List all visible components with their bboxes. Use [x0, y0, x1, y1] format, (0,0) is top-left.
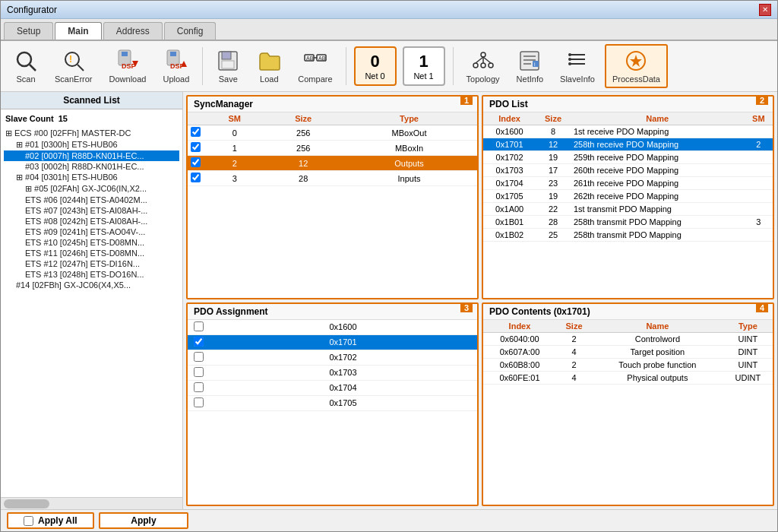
compare-button[interactable]: AB AB Compare	[291, 45, 339, 87]
svg-point-23	[489, 63, 493, 68]
pdo-assignment-table-wrap[interactable]: 0x1600 0x1701 0x1702	[188, 320, 477, 505]
sm-check-3[interactable]	[191, 173, 201, 182]
table-row[interactable]: 0x1A00 22 1st transmit PDO Mapping	[483, 203, 773, 216]
table-row[interactable]: 0x1705 19 262th receive PDO Mapping	[483, 190, 773, 203]
svg-point-38	[568, 58, 571, 61]
table-row[interactable]: 0x60FE:01 4 Physical outputs UDINT	[483, 371, 773, 384]
table-row[interactable]: 0x607A:00 4 Target position DINT	[483, 345, 773, 358]
title-bar: Configurator ✕	[1, 1, 777, 19]
pdo-assign-check-1[interactable]	[194, 337, 204, 347]
svg-point-0	[17, 52, 31, 66]
sm-check-2[interactable]	[191, 157, 201, 167]
tab-address[interactable]: Address	[103, 22, 163, 40]
svg-point-22	[473, 63, 478, 68]
processdata-button[interactable]: ProcessData	[605, 44, 668, 88]
net0-button[interactable]: 0 Net 0	[354, 46, 397, 86]
netinfo-button[interactable]: i NetInfo	[510, 45, 550, 87]
svg-text:AB: AB	[306, 55, 314, 61]
table-row[interactable]: 0x1704	[188, 380, 477, 395]
pdo-list-table: Index Size Name SM 0x1600 8 1st receive …	[483, 112, 773, 242]
col-size: Size	[536, 112, 571, 125]
col-check	[188, 112, 204, 125]
tree-item[interactable]: ETS #10 [0245h] ETS-D08MN...	[4, 237, 179, 248]
pdo-assign-check-5[interactable]	[194, 397, 204, 407]
svg-line-3	[77, 65, 84, 71]
main-area: Scanned List Slave Count 15 ⊞ ECS #00 [0…	[1, 92, 777, 509]
slaveinfo-button[interactable]: SlaveInfo	[553, 45, 602, 87]
pdo-assign-check-4[interactable]	[194, 382, 204, 392]
net1-button[interactable]: 1 Net 1	[403, 46, 445, 86]
apply-button[interactable]: Apply	[99, 512, 188, 529]
download-button[interactable]: DSP Download	[103, 45, 153, 87]
table-row-selected[interactable]: 2 12 Outputs	[188, 156, 477, 171]
apply-all-checkbox[interactable]	[24, 516, 33, 526]
close-button[interactable]: ✕	[759, 4, 771, 16]
tree-item[interactable]: #14 [02FBh] GX-JC06(X4,X5...	[4, 280, 179, 290]
table-row[interactable]: 0x1705	[188, 395, 477, 410]
sm-check-0[interactable]	[191, 127, 201, 137]
scan-button[interactable]: Scan	[7, 45, 45, 87]
table-row[interactable]: 0x1600	[188, 320, 477, 335]
table-row[interactable]: 1 256 MBoxIn	[188, 141, 477, 156]
table-row-selected[interactable]: 0x1701	[188, 334, 477, 350]
tree-item[interactable]: ETS #07 [0243h] ETS-AI08AH-...	[4, 205, 179, 216]
tree-item-selected[interactable]: #02 [0007h] R88D-KN01H-EC...	[4, 150, 179, 161]
col-index: Index	[483, 112, 536, 125]
table-row[interactable]: 3 28 Inputs	[188, 171, 477, 186]
save-button[interactable]: Save	[209, 45, 247, 87]
tree-item[interactable]: ETS #09 [0241h] ETS-AO04V-...	[4, 226, 179, 237]
scan-icon	[14, 49, 38, 73]
load-button[interactable]: Load	[250, 45, 288, 87]
pdo-assign-check-0[interactable]	[194, 321, 204, 331]
table-row-selected[interactable]: 0x1701 12 258th receive PDO Mapping 2	[483, 138, 773, 151]
table-row[interactable]: 0x1702	[188, 350, 477, 365]
topology-button[interactable]: Topology	[460, 45, 507, 87]
pdo-list-panel: 2 PDO List Index Size Name SM	[482, 95, 774, 299]
tab-config[interactable]: Config	[164, 22, 217, 40]
tree-item[interactable]: #03 [0002h] R88D-KN01H-EC...	[4, 161, 179, 172]
table-row[interactable]: 0x1B02 25 258th transmit PDO Mapping	[483, 229, 773, 242]
panel-num-2: 2	[756, 96, 768, 105]
table-row[interactable]: 0x6040:00 2 Controlword UINT	[483, 332, 773, 345]
tree-item[interactable]: ⊞ #04 [0301h] ETS-HUB06	[4, 172, 179, 183]
horizontal-scrollbar[interactable]	[1, 497, 182, 509]
pdo-list-table-wrap[interactable]: Index Size Name SM 0x1600 8 1st receive …	[483, 112, 773, 298]
table-row[interactable]: 0x1703	[188, 365, 477, 380]
toolbar-sep-3	[453, 47, 454, 85]
tree-item[interactable]: ETS #12 [0247h] ETS-DI16N...	[4, 258, 179, 269]
tree-item[interactable]: ⊞ #05 [02FAh] GX-JC06(IN,X2...	[4, 183, 179, 195]
tree-area[interactable]: Slave Count 15 ⊞ ECS #00 [02FFh] MASTER-…	[1, 109, 182, 497]
sm-check-1[interactable]	[191, 142, 201, 152]
table-row[interactable]: 0x1704 23 261th receive PDO Mapping	[483, 177, 773, 190]
table-row[interactable]: 0x60B8:00 2 Touch probe function UINT	[483, 358, 773, 371]
tree-item[interactable]: ETS #06 [0244h] ETS-A0402M...	[4, 195, 179, 205]
pdo-assign-check-2[interactable]	[194, 352, 204, 362]
tree-item[interactable]: ⊞ ECS #00 [02FFh] MASTER-DC	[4, 128, 179, 139]
tab-setup[interactable]: Setup	[4, 22, 53, 40]
table-row[interactable]: 0x1703 17 260th receive PDO Mapping	[483, 164, 773, 177]
table-row[interactable]: 0x1B01 28 258th transmit PDO Mapping 3	[483, 216, 773, 229]
pdo-contents-table: Index Size Name Type 0x6040:00 2 Control…	[483, 320, 773, 385]
table-row[interactable]: 0x1702 19 259th receive PDO Mapping	[483, 151, 773, 164]
svg-point-21	[481, 52, 485, 57]
svg-rect-10	[170, 52, 176, 56]
tree-item[interactable]: ETS #11 [0246h] ETS-D08MN...	[4, 248, 179, 258]
syncmanager-table-wrap[interactable]: SM Size Type 0 256 MBoxOut	[188, 112, 477, 298]
slave-count: Slave Count 15	[4, 112, 179, 125]
table-row[interactable]: 0 256 MBoxOut	[188, 125, 477, 141]
scanned-list-header: Scanned List	[1, 92, 182, 109]
col-sm: SM	[204, 112, 265, 125]
tree-item[interactable]: ETS #08 [0242h] ETS-AI08AH-...	[4, 216, 179, 226]
table-row[interactable]: 0x1600 8 1st receive PDO Mapping	[483, 125, 773, 138]
pdo-assign-check-3[interactable]	[194, 367, 204, 377]
tree-item[interactable]: ETS #13 [0248h] ETS-DO16N...	[4, 269, 179, 280]
tree-item[interactable]: ⊞ #01 [0300h] ETS-HUB06	[4, 139, 179, 150]
tab-main[interactable]: Main	[55, 22, 101, 40]
col-index: Index	[483, 320, 556, 333]
pdo-contents-table-wrap[interactable]: Index Size Name Type 0x6040:00 2 Control…	[483, 320, 773, 505]
upload-button[interactable]: DSP Upload	[156, 45, 196, 87]
svg-text:DSP: DSP	[122, 62, 136, 70]
scan-error-button[interactable]: ! ScanError	[48, 45, 100, 87]
apply-all-button[interactable]: Apply All	[7, 512, 94, 529]
left-panel: Scanned List Slave Count 15 ⊞ ECS #00 [0…	[1, 92, 183, 509]
